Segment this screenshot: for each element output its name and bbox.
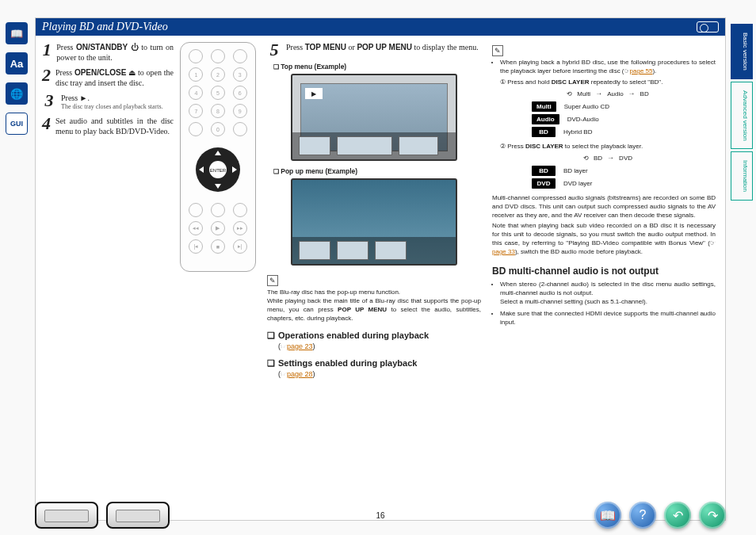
step-row: 1 Press ON/STANDBY ⏻ to turn on power to… bbox=[42, 42, 174, 63]
hybrid-bullets: When playing back a hybrid BD disc, use … bbox=[492, 58, 716, 189]
step-text: Set audio and subtitles in the disc menu… bbox=[55, 116, 174, 136]
bullet: When stereo (2-channel audio) is selecte… bbox=[500, 280, 716, 306]
play-icon: ▶ bbox=[305, 88, 323, 99]
column-3: ✎ When playing back a hybrid BD disc, us… bbox=[492, 42, 716, 520]
device-rear-icon[interactable] bbox=[106, 502, 170, 529]
step-text: Press TOP MENU or POP UP MENU to display… bbox=[286, 42, 479, 58]
step-number: 4 bbox=[42, 116, 51, 136]
sub-step-2: ② Press DISC LAYER to select the playbac… bbox=[500, 142, 716, 151]
popup-note: The Blu-ray disc has the pop-up menu fun… bbox=[267, 288, 481, 323]
steps-list: 1 Press ON/STANDBY ⏻ to turn on power to… bbox=[42, 42, 174, 272]
help-button[interactable]: ? bbox=[629, 502, 656, 529]
column-1: 1 Press ON/STANDBY ⏻ to turn on power to… bbox=[42, 42, 256, 520]
example-top-label: Top menu (Example) bbox=[273, 63, 481, 71]
top-menu-example: ▶ bbox=[291, 74, 457, 161]
troubleshoot-bullets: When stereo (2-channel audio) is selecte… bbox=[492, 280, 716, 327]
layer-row: MultiSuper Audio CD bbox=[532, 101, 716, 112]
layer-desc: DVD layer bbox=[563, 179, 592, 188]
page-link[interactable]: page 55 bbox=[630, 67, 653, 75]
cycle-diagram-1: ⟲ Multi → Audio → BD bbox=[500, 90, 716, 98]
layer-pill: Multi bbox=[532, 101, 556, 112]
layer-pill: BD bbox=[532, 166, 556, 176]
para-bonusview: Note that when playing back sub video re… bbox=[492, 221, 716, 256]
next-page-button[interactable]: ↷ bbox=[699, 502, 726, 529]
settings-heading: ❏Settings enabled during playback bbox=[267, 358, 481, 369]
note-icon: ✎ bbox=[492, 45, 503, 56]
step-number: 5 bbox=[267, 42, 281, 58]
example-popup-label: Pop up menu (Example) bbox=[273, 167, 481, 175]
layer-pill: Audio bbox=[532, 114, 559, 124]
step-row: 3 Press ►.The disc tray closes and playb… bbox=[42, 93, 174, 111]
troubleshoot-heading: BD multi-channel audio is not output bbox=[492, 266, 716, 277]
layer-desc: Hybrid BD bbox=[563, 128, 592, 136]
layer-pill: DVD bbox=[532, 178, 556, 189]
layer-pill: BD bbox=[532, 127, 556, 137]
page-link[interactable]: page 33 bbox=[492, 248, 515, 255]
column-2: 5 Press TOP MENU or POP UP MENU to displ… bbox=[267, 42, 481, 520]
aa-icon[interactable]: Aa bbox=[6, 52, 28, 75]
left-icon-rail: 📖 Aa 🌐 GUI bbox=[5, 22, 29, 135]
step-row: 4 Set audio and subtitles in the disc me… bbox=[42, 116, 174, 136]
ops-ref[interactable]: (☞page 23) bbox=[278, 342, 481, 350]
popup-menu-example bbox=[291, 178, 457, 266]
gui-icon[interactable]: GUI bbox=[6, 113, 28, 135]
step-number: 1 bbox=[42, 42, 52, 63]
note-icon: ✎ bbox=[267, 275, 278, 286]
layer-row: BDHybrid BD bbox=[532, 127, 716, 137]
page-number: 16 bbox=[376, 511, 384, 520]
prev-page-button[interactable]: ↶ bbox=[664, 502, 691, 529]
book-icon[interactable]: 📖 bbox=[6, 22, 28, 44]
layer-row: AudioDVD-Audio bbox=[532, 114, 716, 124]
disc-icon bbox=[697, 21, 719, 32]
step-text: Press ►.The disc tray closes and playbac… bbox=[61, 93, 163, 111]
layer-desc: DVD-Audio bbox=[567, 115, 599, 124]
layer-desc: BD layer bbox=[563, 166, 588, 175]
remote-illustration: 123 456 789 0 ENTER ◂◂▶▸▸ |◂■▸| bbox=[180, 42, 256, 272]
contents-button[interactable]: 📖 bbox=[594, 502, 621, 529]
sub-step-1: ① Press and hold DISC LAYER repeatedly t… bbox=[500, 78, 716, 86]
page-title: Playing BD and DVD-Video bbox=[42, 21, 168, 33]
bullet: Make sure that the connected HDMI device… bbox=[500, 309, 716, 327]
page-title-bar: Playing BD and DVD-Video bbox=[36, 18, 725, 36]
settings-ref[interactable]: (☞page 28) bbox=[278, 370, 481, 378]
tab-advanced[interactable]: Advanced version bbox=[731, 82, 753, 150]
para-bitstream: Multi-channel compressed audio signals (… bbox=[492, 193, 716, 220]
tab-basic[interactable]: Basic version bbox=[731, 24, 753, 79]
bullet: When playing back a hybrid BD disc, use … bbox=[500, 58, 716, 189]
layer-desc: Super Audio CD bbox=[564, 102, 609, 111]
globe-icon[interactable]: 🌐 bbox=[6, 82, 28, 105]
step-text: Press OPEN/CLOSE ⏏ to open the disc tray… bbox=[55, 67, 174, 88]
page-footer: 16 📖 ? ↶ ↷ bbox=[35, 495, 726, 535]
step-number: 3 bbox=[42, 93, 56, 111]
cycle-diagram-2: ⟲ BD → DVD bbox=[500, 154, 716, 162]
layer-row: DVDDVD layer bbox=[532, 178, 716, 189]
tab-info[interactable]: Information bbox=[731, 151, 753, 201]
step-row: 2 Press OPEN/CLOSE ⏏ to open the disc tr… bbox=[42, 67, 174, 88]
layer-row: BDBD layer bbox=[532, 166, 716, 176]
dpad-icon: ENTER bbox=[194, 146, 242, 193]
device-front-icon[interactable] bbox=[35, 502, 98, 529]
section-tabs: Basic version Advanced version Informati… bbox=[731, 24, 753, 201]
step-number: 2 bbox=[42, 67, 51, 88]
manual-page: Playing BD and DVD-Video 1 Press ON/STAN… bbox=[35, 17, 726, 521]
svg-text:ENTER: ENTER bbox=[210, 168, 227, 173]
step-text: Press ON/STANDBY ⏻ to turn on power to t… bbox=[56, 42, 174, 63]
ops-heading: ❏Operations enabled during playback bbox=[267, 331, 481, 341]
